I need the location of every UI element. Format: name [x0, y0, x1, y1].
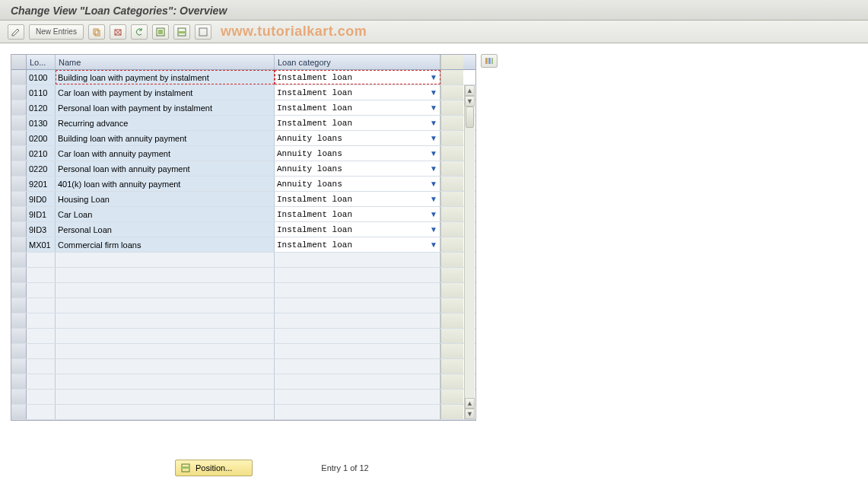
dropdown-icon[interactable]: ▼: [428, 193, 440, 205]
row-selector[interactable]: [11, 222, 27, 237]
column-header-category[interactable]: Loan category: [275, 55, 440, 69]
cell-code[interactable]: 0130: [27, 116, 56, 130]
select-all-column[interactable]: [11, 55, 27, 69]
dropdown-icon[interactable]: ▼: [428, 178, 440, 190]
cell-name[interactable]: Building loan with annuity payment: [56, 131, 275, 145]
cell-category[interactable]: Annuity loans▼: [275, 177, 440, 191]
cell-name[interactable]: [56, 390, 275, 404]
dropdown-icon[interactable]: ▼: [428, 239, 440, 251]
row-selector[interactable]: [11, 161, 27, 176]
dropdown-icon[interactable]: ▼: [428, 117, 440, 129]
undo-change-button[interactable]: [131, 24, 148, 40]
cell-code[interactable]: [27, 374, 56, 389]
dropdown-icon[interactable]: ▼: [428, 87, 440, 99]
cell-category[interactable]: [275, 390, 440, 404]
cell-code[interactable]: [27, 268, 56, 282]
vertical-scrollbar[interactable]: ▲ ▼ ▲ ▼: [464, 85, 475, 419]
cell-name[interactable]: Car loan with annuity payment: [56, 146, 275, 161]
cell-code[interactable]: 0220: [27, 161, 56, 176]
cell-category[interactable]: Instalment loan▼: [275, 85, 440, 100]
deselect-all-button[interactable]: [195, 24, 211, 40]
cell-category[interactable]: Instalment loan▼: [275, 70, 440, 84]
cell-category[interactable]: [275, 298, 440, 313]
cell-code[interactable]: 9ID1: [27, 207, 56, 221]
cell-category[interactable]: Annuity loans▼: [275, 161, 440, 176]
dropdown-icon[interactable]: ▼: [428, 224, 440, 236]
cell-category[interactable]: Annuity loans▼: [275, 146, 440, 161]
column-header-code[interactable]: Lo...: [27, 55, 56, 69]
position-button[interactable]: Position...: [175, 460, 253, 476]
cell-name[interactable]: Car Loan: [56, 207, 275, 221]
cell-code[interactable]: 9ID0: [27, 192, 56, 206]
row-selector[interactable]: [11, 344, 27, 358]
cell-category[interactable]: [275, 344, 440, 358]
new-entries-button[interactable]: New Entries: [29, 24, 84, 40]
row-selector[interactable]: [11, 70, 27, 84]
cell-code[interactable]: [27, 329, 56, 343]
row-selector[interactable]: [11, 313, 27, 328]
cell-name[interactable]: Recurring advance: [56, 116, 275, 130]
cell-name[interactable]: Personal loan with annuity payment: [56, 161, 275, 176]
cell-category[interactable]: Instalment loan▼: [275, 116, 440, 130]
cell-code[interactable]: [27, 359, 56, 374]
cell-name[interactable]: [56, 268, 275, 282]
dropdown-icon[interactable]: ▼: [428, 163, 440, 175]
cell-category[interactable]: [275, 374, 440, 389]
cell-name[interactable]: [56, 253, 275, 267]
row-selector[interactable]: [11, 329, 27, 343]
scroll-down2-arrow-icon[interactable]: ▼: [465, 409, 475, 419]
cell-name[interactable]: [56, 405, 275, 419]
cell-name[interactable]: [56, 329, 275, 343]
scroll-down-arrow-icon[interactable]: ▼: [465, 96, 475, 107]
cell-code[interactable]: MX01: [27, 237, 56, 252]
row-selector[interactable]: [11, 192, 27, 206]
copy-as-button[interactable]: [88, 24, 105, 40]
row-selector[interactable]: [11, 100, 27, 115]
cell-name[interactable]: [56, 283, 275, 298]
scroll-up-arrow-icon[interactable]: ▲: [465, 85, 475, 96]
cell-code[interactable]: 0120: [27, 100, 56, 115]
scroll-up2-arrow-icon[interactable]: ▲: [465, 398, 475, 409]
row-selector[interactable]: [11, 359, 27, 374]
cell-name[interactable]: Car loan with payment by instalment: [56, 85, 275, 100]
dropdown-icon[interactable]: ▼: [428, 102, 440, 114]
delete-button[interactable]: [110, 24, 126, 40]
dropdown-icon[interactable]: ▼: [428, 132, 440, 145]
cell-code[interactable]: [27, 283, 56, 298]
cell-code[interactable]: 9ID3: [27, 222, 56, 237]
row-selector[interactable]: [11, 146, 27, 161]
cell-name[interactable]: 401(k) loan with annuity payment: [56, 177, 275, 191]
row-selector[interactable]: [11, 268, 27, 282]
cell-code[interactable]: [27, 253, 56, 267]
row-selector[interactable]: [11, 85, 27, 100]
cell-category[interactable]: [275, 359, 440, 374]
cell-name[interactable]: Personal Loan: [56, 222, 275, 237]
cell-code[interactable]: [27, 390, 56, 404]
dropdown-icon[interactable]: ▼: [428, 72, 440, 84]
cell-code[interactable]: 9201: [27, 177, 56, 191]
cell-category[interactable]: [275, 329, 440, 343]
cell-code[interactable]: 0200: [27, 131, 56, 145]
column-header-name[interactable]: Name: [56, 55, 275, 69]
dropdown-icon[interactable]: ▼: [428, 148, 440, 160]
cell-name[interactable]: Building loan with payment by instalment: [56, 70, 275, 84]
cell-code[interactable]: [27, 344, 56, 358]
cell-category[interactable]: [275, 405, 440, 419]
cell-code[interactable]: [27, 313, 56, 328]
cell-code[interactable]: [27, 405, 56, 419]
cell-category[interactable]: Instalment loan▼: [275, 222, 440, 237]
cell-name[interactable]: [56, 313, 275, 328]
cell-name[interactable]: [56, 374, 275, 389]
cell-name[interactable]: [56, 344, 275, 358]
row-selector[interactable]: [11, 131, 27, 145]
dropdown-icon[interactable]: ▼: [428, 208, 440, 221]
select-block-button[interactable]: [173, 24, 190, 40]
cell-code[interactable]: 0210: [27, 146, 56, 161]
cell-category[interactable]: Instalment loan▼: [275, 192, 440, 206]
cell-category[interactable]: Instalment loan▼: [275, 207, 440, 221]
cell-name[interactable]: [56, 359, 275, 374]
row-selector[interactable]: [11, 405, 27, 419]
row-selector[interactable]: [11, 390, 27, 404]
cell-category[interactable]: Instalment loan▼: [275, 100, 440, 115]
row-selector[interactable]: [11, 283, 27, 298]
